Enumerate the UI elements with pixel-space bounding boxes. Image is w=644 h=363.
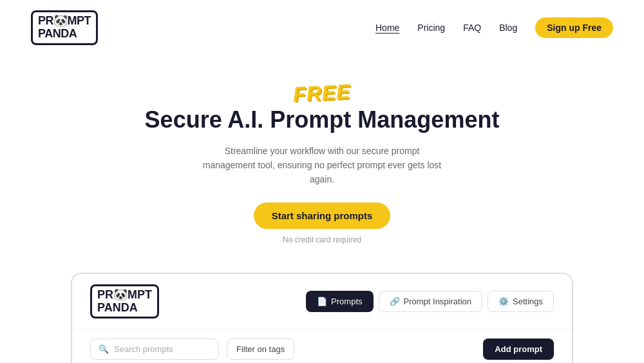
hero-cta-button[interactable]: Start sharing prompts	[254, 202, 391, 229]
tab-settings-label: Settings	[513, 297, 543, 306]
inspiration-icon: 🔗	[390, 297, 400, 306]
signup-button[interactable]: Sign up Free	[535, 17, 613, 38]
tab-prompt-inspiration[interactable]: 🔗 Prompt Inspiration	[379, 291, 483, 312]
mockup-header: PR🐼MPT PANDA 📄 Prompts 🔗 Prompt Inspirat…	[72, 274, 572, 330]
search-icon: 🔍	[99, 344, 109, 354]
nav-link-home[interactable]: Home	[375, 23, 399, 33]
nav-links: Home Pricing FAQ Blog Sign up Free	[375, 17, 613, 38]
nav-logo-text: PR🐼MPT PANDA	[31, 10, 98, 45]
search-box[interactable]: 🔍 Search prompts	[90, 338, 219, 360]
hero-section: FREE Secure A.I. Prompt Management Strea…	[0, 55, 644, 257]
nav-link-faq[interactable]: FAQ	[463, 23, 481, 33]
hero-free-badge: FREE	[292, 79, 351, 106]
hero-note: No credit card required	[15, 235, 629, 244]
mockup-logo: PR🐼MPT PANDA	[90, 284, 159, 319]
nav-link-blog[interactable]: Blog	[499, 23, 517, 33]
filter-tags-button[interactable]: Filter on tags	[227, 338, 294, 360]
add-prompt-button[interactable]: Add prompt	[483, 338, 554, 360]
tab-inspiration-label: Prompt Inspiration	[404, 297, 472, 306]
search-placeholder: Search prompts	[114, 344, 173, 354]
app-mockup: PR🐼MPT PANDA 📄 Prompts 🔗 Prompt Inspirat…	[71, 273, 573, 363]
hero-subtitle: Streamline your workflow with our secure…	[200, 144, 444, 187]
tab-prompts-label: Prompts	[331, 297, 362, 306]
tab-settings[interactable]: ⚙️ Settings	[488, 291, 554, 312]
hero-title: Secure A.I. Prompt Management	[15, 106, 629, 133]
mockup-toolbar: 🔍 Search prompts Filter on tags Add prom…	[72, 329, 572, 363]
prompts-icon: 📄	[317, 297, 327, 306]
tab-prompts[interactable]: 📄 Prompts	[306, 291, 373, 312]
settings-icon: ⚙️	[498, 297, 509, 306]
mockup-tabs: 📄 Prompts 🔗 Prompt Inspiration ⚙️ Settin…	[306, 291, 554, 312]
navigation: PR🐼MPT PANDA Home Pricing FAQ Blog Sign …	[0, 0, 644, 55]
nav-logo: PR🐼MPT PANDA	[31, 10, 98, 45]
nav-link-pricing[interactable]: Pricing	[417, 23, 445, 33]
